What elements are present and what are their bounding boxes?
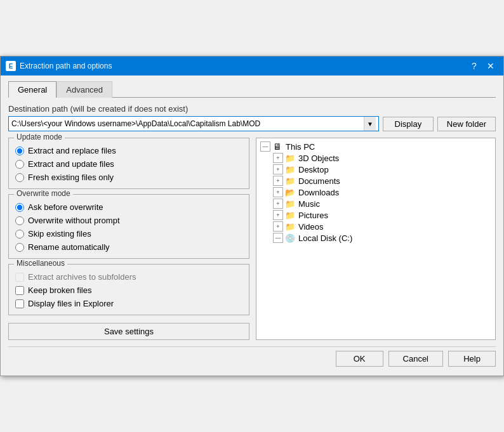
tab-general[interactable]: General (8, 81, 56, 98)
cancel-button[interactable]: Cancel (388, 351, 443, 367)
radio-rename-auto[interactable] (15, 243, 24, 252)
icon-documents (284, 176, 296, 186)
app-icon: E (6, 61, 16, 71)
tree-item-this-pc[interactable]: — This PC (259, 141, 493, 152)
overwrite-ask[interactable]: Ask before overwrite (15, 202, 242, 212)
label-rename-auto: Rename automatically (28, 242, 110, 252)
main-area: Update mode Extract and replace files Ex… (8, 138, 496, 340)
dialog-content: General Advanced Destination path (will … (1, 75, 503, 376)
icon-this-pc (272, 141, 283, 152)
tab-bar: General Advanced (8, 81, 496, 98)
close-title-button[interactable]: ✕ (483, 60, 498, 72)
update-extract-replace[interactable]: Extract and replace files (15, 146, 242, 155)
file-tree[interactable]: — This PC + 3D Objects + (256, 138, 495, 339)
overwrite-rename-auto[interactable]: Rename automatically (15, 242, 242, 252)
misc-keep-broken[interactable]: Keep broken files (15, 285, 242, 295)
label-this-pc: This PC (286, 142, 315, 152)
tree-item-downloads[interactable]: + Downloads (272, 187, 493, 198)
tree-item-3dobjects[interactable]: + 3D Objects (272, 152, 493, 164)
label-documents: Documents (298, 176, 340, 186)
overwrite-mode-label: Overwrite mode (14, 189, 73, 198)
path-row: ▼ Display New folder (8, 116, 496, 131)
tree-item-desktop[interactable]: + Desktop (272, 164, 493, 175)
icon-local-disk (284, 233, 296, 243)
icon-3dobjects (284, 153, 296, 163)
miscellaneous-label: Miscellaneous (14, 259, 67, 268)
label-desktop: Desktop (298, 165, 329, 174)
help-button[interactable]: Help (448, 351, 496, 367)
overwrite-without-prompt[interactable]: Overwrite without prompt (15, 216, 242, 225)
check-extract-subfolders[interactable] (15, 273, 24, 282)
label-ask-before: Ask before overwrite (28, 202, 103, 212)
save-settings-button[interactable]: Save settings (8, 323, 249, 340)
expand-desktop[interactable]: + (273, 164, 283, 174)
radio-extract-update[interactable] (15, 160, 24, 169)
expand-pictures[interactable]: + (273, 210, 283, 220)
tree-children-this-pc: + 3D Objects + Desktop + Document (259, 152, 493, 244)
tree-item-videos[interactable]: + Videos (272, 221, 493, 232)
radio-ask-before[interactable] (15, 203, 24, 212)
icon-music (284, 199, 296, 209)
expand-this-pc[interactable]: — (260, 141, 270, 152)
tree-item-local-disk[interactable]: — Local Disk (C:) (272, 232, 493, 244)
update-mode-label: Update mode (14, 133, 65, 141)
tab-advanced[interactable]: Advanced (56, 81, 112, 98)
label-display-explorer: Display files in Explorer (28, 299, 114, 308)
label-overwrite-without: Overwrite without prompt (28, 216, 120, 225)
icon-videos (284, 221, 296, 232)
display-button[interactable]: Display (383, 117, 434, 131)
update-mode-group: Update mode Extract and replace files Ex… (8, 138, 249, 189)
label-extract-update: Extract and update files (28, 159, 114, 169)
label-music: Music (298, 199, 320, 209)
miscellaneous-options: Extract archives to subfolders Keep brok… (15, 272, 242, 308)
save-btn-row: Save settings (8, 323, 249, 340)
ok-button[interactable]: OK (336, 351, 383, 367)
label-3dobjects: 3D Objects (298, 154, 339, 163)
tree-item-documents[interactable]: + Documents (272, 175, 493, 187)
update-mode-options: Extract and replace files Extract and up… (15, 146, 242, 182)
overwrite-mode-group: Overwrite mode Ask before overwrite Over… (8, 194, 249, 259)
label-fresh-existing: Fresh existing files only (28, 173, 114, 182)
tree-item-pictures[interactable]: + Pictures (272, 209, 493, 221)
help-title-button[interactable]: ? (467, 60, 482, 72)
expand-3dobjects[interactable]: + (273, 153, 283, 163)
expand-music[interactable]: + (273, 199, 283, 209)
update-fresh-existing[interactable]: Fresh existing files only (15, 173, 242, 182)
label-downloads: Downloads (298, 188, 339, 197)
path-dropdown-button[interactable]: ▼ (364, 117, 376, 131)
radio-skip-existing[interactable] (15, 230, 24, 239)
miscellaneous-group: Miscellaneous Extract archives to subfol… (8, 264, 249, 315)
tree-item-music[interactable]: + Music (272, 198, 493, 209)
check-display-explorer[interactable] (15, 299, 24, 308)
radio-overwrite-without[interactable] (15, 216, 24, 225)
left-panel: Update mode Extract and replace files Ex… (8, 138, 249, 340)
overwrite-mode-options: Ask before overwrite Overwrite without p… (15, 202, 242, 252)
radio-fresh-existing[interactable] (15, 173, 24, 182)
dialog-title: Extraction path and options (20, 62, 467, 70)
bottom-buttons: OK Cancel Help (8, 346, 496, 368)
dialog-window: E Extraction path and options ? ✕ Genera… (0, 56, 504, 376)
label-local-disk: Local Disk (C:) (298, 233, 352, 243)
title-controls: ? ✕ (467, 60, 498, 72)
icon-pictures (284, 210, 296, 220)
radio-extract-replace[interactable] (15, 147, 24, 155)
icon-downloads (284, 187, 296, 197)
path-input[interactable] (11, 119, 364, 128)
new-folder-button[interactable]: New folder (437, 117, 496, 131)
expand-local-disk[interactable]: — (273, 233, 283, 243)
misc-extract-subfolders[interactable]: Extract archives to subfolders (15, 272, 242, 282)
label-extract-subfolders: Extract archives to subfolders (28, 272, 136, 282)
destination-label: Destination path (will be created if doe… (8, 104, 496, 114)
expand-downloads[interactable]: + (273, 187, 283, 197)
misc-display-explorer[interactable]: Display files in Explorer (15, 299, 242, 308)
label-extract-replace: Extract and replace files (28, 146, 116, 155)
title-bar: E Extraction path and options ? ✕ (1, 56, 503, 75)
path-input-wrap: ▼ (8, 116, 379, 131)
label-videos: Videos (298, 222, 324, 232)
expand-documents[interactable]: + (273, 176, 283, 186)
expand-videos[interactable]: + (273, 221, 283, 232)
check-keep-broken[interactable] (15, 286, 24, 295)
overwrite-skip-existing[interactable]: Skip existing files (15, 229, 242, 239)
label-keep-broken: Keep broken files (28, 285, 91, 295)
update-extract-update[interactable]: Extract and update files (15, 159, 242, 169)
